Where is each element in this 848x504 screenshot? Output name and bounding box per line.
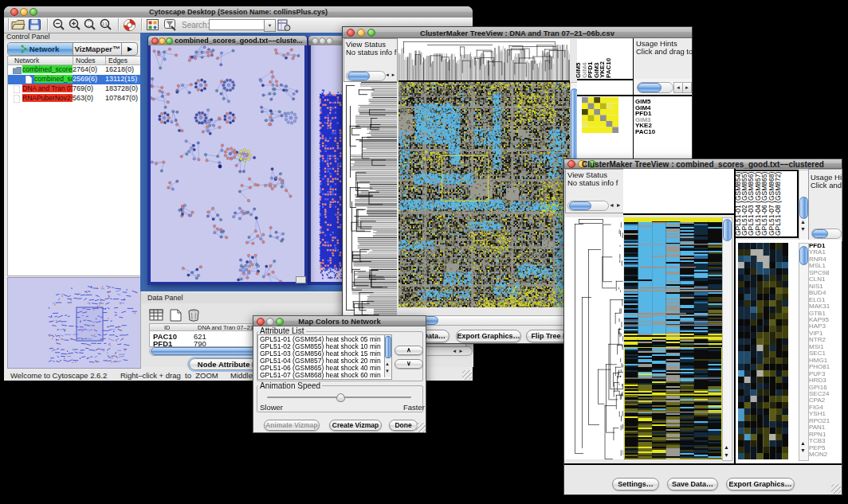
svg-text:1:1: 1:1	[102, 22, 108, 26]
